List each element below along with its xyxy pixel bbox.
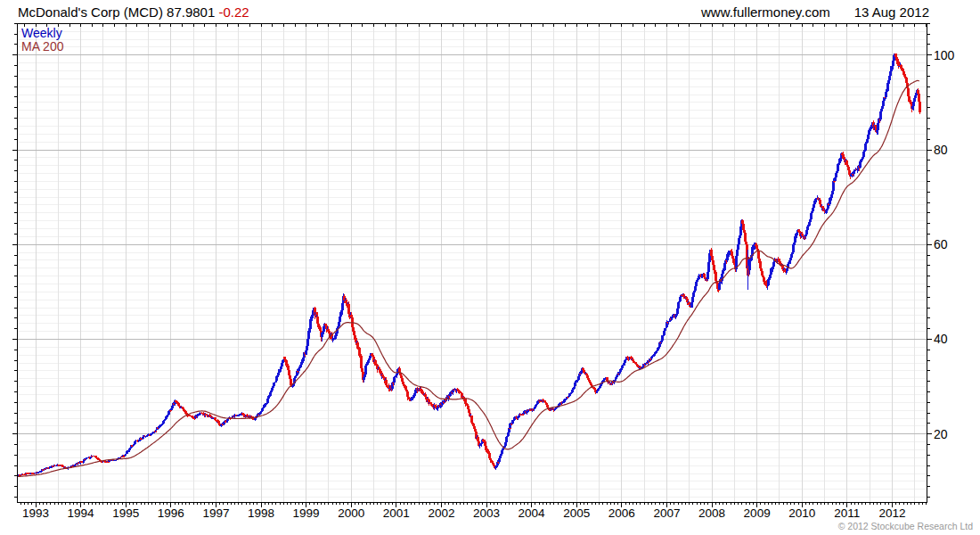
y-axis-labels: 20406080100	[934, 48, 955, 441]
header-right: www.fullermoney.com 13 Aug 2012	[701, 4, 929, 20]
instrument-title: McDonald's Corp (MCD) 87.9801	[18, 4, 218, 20]
svg-text:1997: 1997	[202, 506, 229, 520]
date-label: 13 Aug 2012	[854, 4, 929, 20]
svg-text:2002: 2002	[428, 506, 454, 520]
fullermoney-chart-page: 2040608010019931994199519961997199819992…	[0, 0, 980, 535]
svg-text:1998: 1998	[248, 506, 274, 520]
svg-text:1999: 1999	[293, 506, 320, 520]
page-title: McDonald's Corp (MCD) 87.9801 -0.22	[18, 4, 249, 20]
svg-text:2012: 2012	[878, 506, 905, 520]
svg-text:40: 40	[934, 332, 948, 346]
svg-text:2001: 2001	[383, 506, 410, 520]
svg-text:1995: 1995	[112, 506, 139, 520]
legend-weekly-label: Weekly	[21, 26, 62, 40]
svg-text:20: 20	[934, 427, 948, 441]
svg-text:2005: 2005	[563, 506, 590, 520]
svg-text:60: 60	[934, 237, 948, 251]
svg-text:2007: 2007	[653, 506, 680, 520]
svg-text:100: 100	[934, 48, 955, 62]
copyright-label: © 2012 Stockcube Research Ltd	[838, 521, 973, 531]
svg-text:2008: 2008	[698, 506, 725, 520]
svg-text:2011: 2011	[834, 506, 860, 520]
svg-text:2003: 2003	[473, 506, 500, 520]
svg-text:2009: 2009	[744, 506, 771, 520]
svg-text:1996: 1996	[158, 506, 184, 520]
svg-text:2010: 2010	[788, 506, 815, 520]
legend-ma-label: MA 200	[21, 39, 63, 54]
svg-text:1994: 1994	[68, 506, 95, 520]
fullermoney-url: www.fullermoney.com	[701, 4, 830, 20]
svg-text:2004: 2004	[519, 506, 546, 520]
price-chart: 2040608010019931994199519961997199819992…	[0, 0, 980, 535]
svg-text:80: 80	[934, 143, 948, 157]
x-axis-labels: 1993199419951996199719981999200020012002…	[22, 506, 905, 520]
price-change: -0.22	[218, 4, 249, 20]
ma-line-path	[18, 80, 919, 476]
svg-text:1993: 1993	[22, 506, 49, 520]
svg-text:2006: 2006	[608, 506, 635, 520]
svg-text:2000: 2000	[338, 506, 364, 520]
weekly-bars-layer	[18, 54, 919, 476]
